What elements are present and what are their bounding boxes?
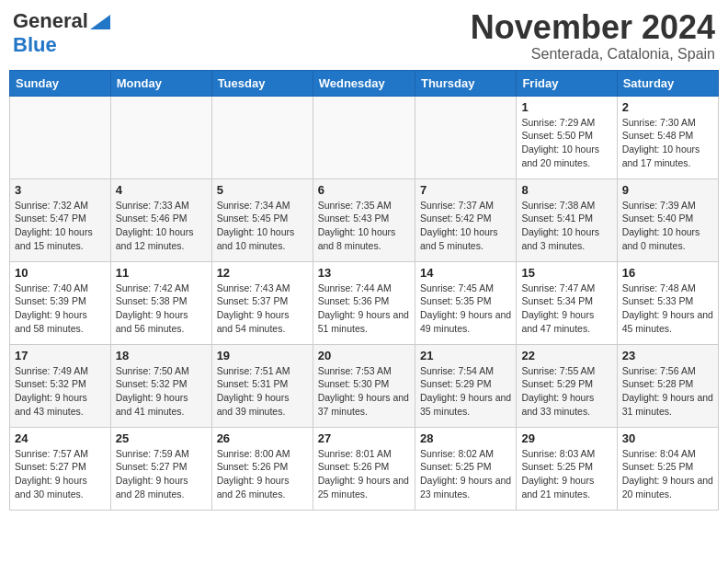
day-number: 19 bbox=[217, 349, 308, 362]
day-info: Sunrise: 8:02 AM Sunset: 5:25 PM Dayligh… bbox=[420, 447, 511, 501]
day-number: 9 bbox=[622, 183, 713, 197]
day-number: 8 bbox=[521, 183, 611, 197]
calendar-cell: 11Sunrise: 7:42 AM Sunset: 5:38 PM Dayli… bbox=[110, 261, 211, 344]
weekday-header-wednesday: Wednesday bbox=[313, 70, 415, 96]
calendar-week-5: 24Sunrise: 7:57 AM Sunset: 5:27 PM Dayli… bbox=[10, 427, 719, 510]
calendar-cell: 20Sunrise: 7:53 AM Sunset: 5:30 PM Dayli… bbox=[313, 344, 415, 427]
day-info: Sunrise: 7:37 AM Sunset: 5:42 PM Dayligh… bbox=[420, 199, 511, 253]
day-number: 26 bbox=[217, 431, 308, 445]
calendar-cell: 13Sunrise: 7:44 AM Sunset: 5:36 PM Dayli… bbox=[313, 261, 415, 344]
day-number: 10 bbox=[15, 266, 106, 280]
logo: General Blue bbox=[13, 9, 110, 57]
calendar-cell: 7Sunrise: 7:37 AM Sunset: 5:42 PM Daylig… bbox=[415, 178, 516, 261]
day-number: 5 bbox=[217, 183, 308, 197]
day-info: Sunrise: 7:30 AM Sunset: 5:48 PM Dayligh… bbox=[622, 116, 713, 170]
day-info: Sunrise: 7:59 AM Sunset: 5:27 PM Dayligh… bbox=[116, 447, 207, 501]
day-info: Sunrise: 7:57 AM Sunset: 5:27 PM Dayligh… bbox=[15, 447, 106, 501]
svg-marker-0 bbox=[90, 15, 110, 29]
day-number: 11 bbox=[116, 266, 207, 280]
day-number: 27 bbox=[318, 431, 410, 445]
weekday-header-sunday: Sunday bbox=[10, 70, 111, 96]
weekday-header-monday: Monday bbox=[110, 70, 211, 96]
calendar-cell: 16Sunrise: 7:48 AM Sunset: 5:33 PM Dayli… bbox=[617, 261, 718, 344]
day-number: 30 bbox=[622, 431, 713, 445]
weekday-header-saturday: Saturday bbox=[617, 70, 718, 96]
calendar-cell: 24Sunrise: 7:57 AM Sunset: 5:27 PM Dayli… bbox=[10, 427, 111, 510]
day-info: Sunrise: 8:01 AM Sunset: 5:26 PM Dayligh… bbox=[318, 447, 410, 501]
calendar-cell: 23Sunrise: 7:56 AM Sunset: 5:28 PM Dayli… bbox=[617, 344, 718, 427]
calendar-cell: 18Sunrise: 7:50 AM Sunset: 5:32 PM Dayli… bbox=[110, 344, 211, 427]
day-number: 28 bbox=[420, 431, 511, 445]
calendar-cell: 27Sunrise: 8:01 AM Sunset: 5:26 PM Dayli… bbox=[313, 427, 415, 510]
calendar-cell bbox=[211, 96, 313, 178]
calendar-cell: 3Sunrise: 7:32 AM Sunset: 5:47 PM Daylig… bbox=[10, 178, 111, 261]
day-number: 15 bbox=[521, 266, 611, 280]
day-info: Sunrise: 7:39 AM Sunset: 5:40 PM Dayligh… bbox=[622, 199, 713, 253]
weekday-header-friday: Friday bbox=[517, 70, 617, 96]
day-info: Sunrise: 7:44 AM Sunset: 5:36 PM Dayligh… bbox=[318, 282, 410, 336]
day-number: 24 bbox=[15, 431, 106, 445]
day-info: Sunrise: 7:53 AM Sunset: 5:30 PM Dayligh… bbox=[318, 364, 410, 419]
calendar-cell: 2Sunrise: 7:30 AM Sunset: 5:48 PM Daylig… bbox=[617, 96, 718, 178]
day-info: Sunrise: 8:03 AM Sunset: 5:25 PM Dayligh… bbox=[521, 447, 611, 501]
day-number: 12 bbox=[217, 266, 308, 280]
calendar-cell: 21Sunrise: 7:54 AM Sunset: 5:29 PM Dayli… bbox=[415, 344, 516, 427]
day-info: Sunrise: 7:40 AM Sunset: 5:39 PM Dayligh… bbox=[15, 282, 106, 336]
day-info: Sunrise: 8:00 AM Sunset: 5:26 PM Dayligh… bbox=[217, 447, 308, 501]
day-info: Sunrise: 7:47 AM Sunset: 5:34 PM Dayligh… bbox=[521, 282, 611, 336]
day-number: 1 bbox=[521, 100, 611, 114]
day-number: 20 bbox=[318, 349, 410, 362]
day-info: Sunrise: 8:04 AM Sunset: 5:25 PM Dayligh… bbox=[622, 447, 713, 501]
day-number: 7 bbox=[420, 183, 511, 197]
day-info: Sunrise: 7:43 AM Sunset: 5:37 PM Dayligh… bbox=[217, 282, 308, 336]
weekday-header-tuesday: Tuesday bbox=[211, 70, 313, 96]
day-info: Sunrise: 7:32 AM Sunset: 5:47 PM Dayligh… bbox=[15, 199, 106, 253]
calendar-cell: 26Sunrise: 8:00 AM Sunset: 5:26 PM Dayli… bbox=[211, 427, 313, 510]
calendar-cell: 6Sunrise: 7:35 AM Sunset: 5:43 PM Daylig… bbox=[313, 178, 415, 261]
day-number: 2 bbox=[622, 100, 713, 114]
calendar-cell: 1Sunrise: 7:29 AM Sunset: 5:50 PM Daylig… bbox=[517, 96, 617, 178]
day-info: Sunrise: 7:48 AM Sunset: 5:33 PM Dayligh… bbox=[622, 282, 713, 336]
day-info: Sunrise: 7:55 AM Sunset: 5:29 PM Dayligh… bbox=[521, 364, 611, 419]
calendar-cell: 8Sunrise: 7:38 AM Sunset: 5:41 PM Daylig… bbox=[517, 178, 617, 261]
day-info: Sunrise: 7:51 AM Sunset: 5:31 PM Dayligh… bbox=[217, 364, 308, 419]
day-info: Sunrise: 7:35 AM Sunset: 5:43 PM Dayligh… bbox=[318, 199, 410, 253]
day-number: 18 bbox=[116, 349, 207, 362]
title-section: November 2024 Senterada, Catalonia, Spai… bbox=[471, 9, 715, 63]
day-number: 25 bbox=[116, 431, 207, 445]
day-info: Sunrise: 7:42 AM Sunset: 5:38 PM Dayligh… bbox=[116, 282, 207, 336]
day-number: 13 bbox=[318, 266, 410, 280]
calendar-cell bbox=[313, 96, 415, 178]
calendar-cell: 30Sunrise: 8:04 AM Sunset: 5:25 PM Dayli… bbox=[617, 427, 718, 510]
day-info: Sunrise: 7:38 AM Sunset: 5:41 PM Dayligh… bbox=[521, 199, 611, 253]
weekday-header-row: SundayMondayTuesdayWednesdayThursdayFrid… bbox=[10, 70, 719, 96]
logo-blue-text: Blue bbox=[13, 33, 57, 56]
day-number: 6 bbox=[318, 183, 410, 197]
calendar-week-4: 17Sunrise: 7:49 AM Sunset: 5:32 PM Dayli… bbox=[10, 344, 719, 427]
calendar-cell: 19Sunrise: 7:51 AM Sunset: 5:31 PM Dayli… bbox=[211, 344, 313, 427]
calendar-cell: 25Sunrise: 7:59 AM Sunset: 5:27 PM Dayli… bbox=[110, 427, 211, 510]
day-number: 14 bbox=[420, 266, 511, 280]
calendar-table: SundayMondayTuesdayWednesdayThursdayFrid… bbox=[9, 70, 719, 511]
calendar-cell: 5Sunrise: 7:34 AM Sunset: 5:45 PM Daylig… bbox=[211, 178, 313, 261]
calendar-cell: 17Sunrise: 7:49 AM Sunset: 5:32 PM Dayli… bbox=[10, 344, 111, 427]
calendar-cell: 12Sunrise: 7:43 AM Sunset: 5:37 PM Dayli… bbox=[211, 261, 313, 344]
calendar-cell: 4Sunrise: 7:33 AM Sunset: 5:46 PM Daylig… bbox=[110, 178, 211, 261]
logo-text: General bbox=[13, 9, 110, 33]
calendar-week-2: 3Sunrise: 7:32 AM Sunset: 5:47 PM Daylig… bbox=[10, 178, 719, 261]
calendar-week-3: 10Sunrise: 7:40 AM Sunset: 5:39 PM Dayli… bbox=[10, 261, 719, 344]
day-number: 21 bbox=[420, 349, 511, 362]
day-number: 23 bbox=[622, 349, 713, 362]
page-header: General Blue November 2024 Senterada, Ca… bbox=[9, 9, 719, 63]
day-info: Sunrise: 7:56 AM Sunset: 5:28 PM Dayligh… bbox=[622, 364, 713, 419]
calendar-cell: 14Sunrise: 7:45 AM Sunset: 5:35 PM Dayli… bbox=[415, 261, 516, 344]
calendar-cell: 10Sunrise: 7:40 AM Sunset: 5:39 PM Dayli… bbox=[10, 261, 111, 344]
location: Senterada, Catalonia, Spain bbox=[471, 46, 715, 63]
day-number: 16 bbox=[622, 266, 713, 280]
day-info: Sunrise: 7:33 AM Sunset: 5:46 PM Dayligh… bbox=[116, 199, 207, 253]
day-info: Sunrise: 7:54 AM Sunset: 5:29 PM Dayligh… bbox=[420, 364, 511, 419]
day-info: Sunrise: 7:50 AM Sunset: 5:32 PM Dayligh… bbox=[116, 364, 207, 419]
day-number: 4 bbox=[116, 183, 207, 197]
day-info: Sunrise: 7:49 AM Sunset: 5:32 PM Dayligh… bbox=[15, 364, 106, 419]
calendar-cell: 22Sunrise: 7:55 AM Sunset: 5:29 PM Dayli… bbox=[517, 344, 617, 427]
